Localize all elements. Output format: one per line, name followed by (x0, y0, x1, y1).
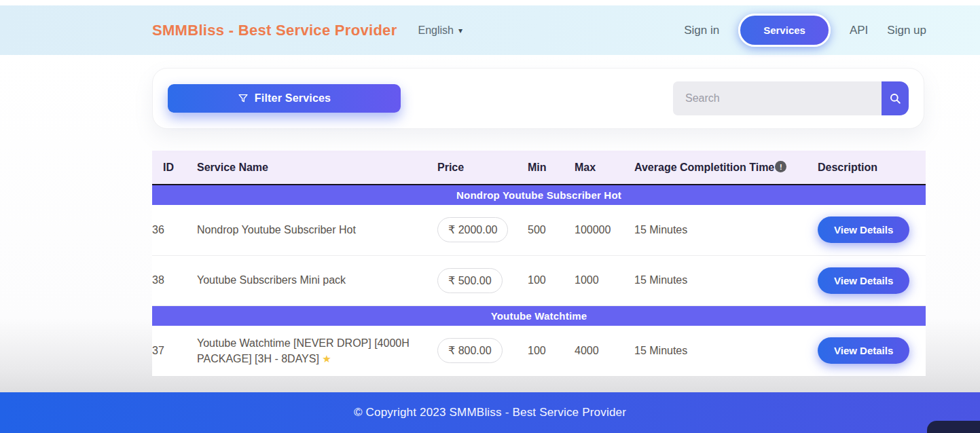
service-avg-time-cell: 15 Minutes (634, 326, 818, 376)
table-header-row: ID Service Name Price Min Max Average Co… (152, 151, 926, 185)
sign-up-link[interactable]: Sign up (887, 24, 926, 37)
service-name-cell: Youtube Subscribers Mini pack (197, 255, 437, 305)
view-details-button[interactable]: View Details (818, 337, 909, 364)
column-header-id: ID (152, 151, 197, 185)
service-name-text: Youtube Subscribers Mini pack (197, 274, 346, 286)
category-label: Youtube Watchtime (152, 305, 926, 326)
service-price-cell: ₹ 800.00 (437, 326, 528, 376)
category-row: Youtube Watchtime (152, 305, 926, 326)
brand-logo[interactable]: SMMBliss - Best Service Provider (152, 22, 397, 39)
services-table: ID Service Name Price Min Max Average Co… (152, 151, 926, 377)
api-link[interactable]: API (850, 24, 868, 37)
service-price-cell: ₹ 500.00 (437, 255, 528, 305)
main-content: Filter Services ID (0, 55, 980, 392)
column-header-price: Price (437, 151, 528, 185)
info-icon[interactable]: ! (775, 161, 786, 172)
category-row: Nondrop Youtube Subscriber Hot (152, 185, 926, 205)
service-id-cell: 38 (152, 255, 197, 305)
page-footer: © Copyright 2023 SMMBliss - Best Service… (0, 392, 980, 433)
service-min-cell: 500 (528, 205, 575, 255)
services-button[interactable]: Services (738, 14, 831, 47)
filter-button-label: Filter Services (255, 92, 331, 105)
service-avg-time-cell: 15 Minutes (634, 205, 818, 255)
search-icon (889, 92, 901, 105)
column-header-max: Max (575, 151, 634, 185)
service-id-cell: 36 (152, 205, 197, 255)
service-table-body: Nondrop Youtube Subscriber Hot36Nondrop … (152, 185, 926, 376)
view-details-button[interactable]: View Details (818, 216, 909, 243)
service-row: 38Youtube Subscribers Mini pack₹ 500.001… (152, 255, 926, 305)
service-max-cell: 1000 (575, 255, 634, 305)
service-price-cell: ₹ 2000.00 (437, 205, 528, 255)
service-row: 36Nondrop Youtube Subscriber Hot₹ 2000.0… (152, 205, 926, 255)
copyright-text: © Copyright 2023 SMMBliss - Best Service… (354, 406, 626, 419)
service-max-cell: 100000 (575, 205, 634, 255)
search-input[interactable] (673, 81, 882, 115)
filter-icon (238, 93, 249, 104)
view-details-button[interactable]: View Details (818, 267, 909, 294)
bottom-right-corner-widget[interactable] (927, 421, 980, 433)
service-description-cell: View Details (818, 255, 926, 305)
service-avg-time-cell: 15 Minutes (634, 255, 818, 305)
sign-in-link[interactable]: Sign in (684, 24, 719, 37)
search-button[interactable] (882, 81, 909, 115)
service-name-cell: Nondrop Youtube Subscriber Hot (197, 205, 437, 255)
star-icon: ★ (322, 353, 331, 364)
service-min-cell: 100 (528, 326, 575, 376)
search-group (673, 81, 909, 115)
top-header: SMMBliss - Best Service Provider English… (0, 5, 980, 55)
price-pill: ₹ 2000.00 (437, 217, 508, 242)
column-header-min: Min (528, 151, 575, 185)
service-description-cell: View Details (818, 326, 926, 376)
category-label: Nondrop Youtube Subscriber Hot (152, 185, 926, 205)
service-name-cell: Youtube Watchtime [NEVER DROP] [4000H PA… (197, 326, 437, 376)
price-pill: ₹ 800.00 (437, 338, 503, 363)
service-max-cell: 4000 (575, 326, 634, 376)
service-name-text: Nondrop Youtube Subscriber Hot (197, 224, 356, 236)
services-table-wrap: ID Service Name Price Min Max Average Co… (152, 151, 926, 377)
service-name-text: Youtube Watchtime [NEVER DROP] [4000H PA… (197, 337, 410, 364)
price-pill: ₹ 500.00 (437, 268, 503, 293)
column-header-description: Description (818, 151, 926, 185)
column-header-service-name: Service Name (197, 151, 437, 185)
column-header-avg-time: Average Completition Time! (634, 151, 818, 185)
service-row: 37Youtube Watchtime [NEVER DROP] [4000H … (152, 326, 926, 376)
service-id-cell: 37 (152, 326, 197, 376)
filter-services-button[interactable]: Filter Services (168, 84, 401, 113)
service-description-cell: View Details (818, 205, 926, 255)
language-dropdown[interactable]: English ▾ (418, 24, 463, 37)
filter-card: Filter Services (152, 68, 924, 129)
language-label: English (418, 24, 454, 37)
service-min-cell: 100 (528, 255, 575, 305)
top-navigation: Sign in Services API Sign up (684, 14, 926, 47)
chevron-down-icon: ▾ (458, 26, 462, 35)
